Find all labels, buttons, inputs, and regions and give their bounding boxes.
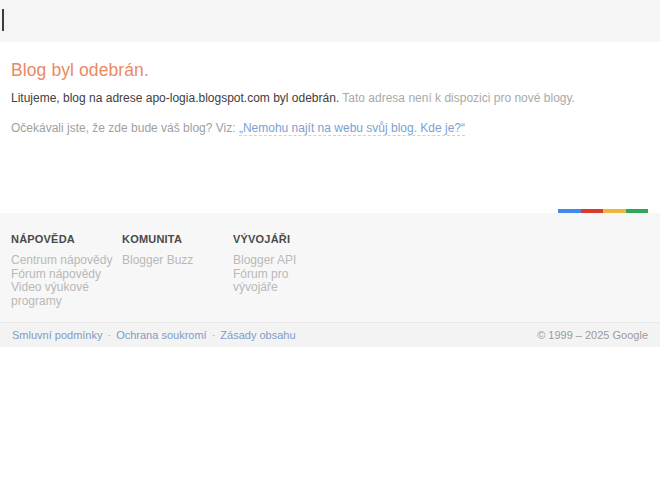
blogger-buzz-link[interactable]: Blogger Buzz xyxy=(122,254,224,268)
footer-links-community: Blogger Buzz xyxy=(122,254,224,268)
footer-links-developers: Blogger API Fórum pro vývojáře xyxy=(233,254,335,295)
content-policy-link[interactable]: Zásady obsahu xyxy=(220,329,295,341)
removed-message-light: Tato adresa není k dispozici pro nové bl… xyxy=(339,91,575,105)
privacy-link[interactable]: Ochrana soukromí xyxy=(116,329,206,341)
footer: NÁPOVĚDA Centrum nápovědy Fórum nápovědy… xyxy=(0,213,660,347)
blogger-api-link[interactable]: Blogger API xyxy=(233,254,335,268)
video-tutorials-link[interactable]: Video výukové programy xyxy=(11,281,113,308)
help-center-link[interactable]: Centrum nápovědy xyxy=(11,254,113,268)
footer-heading-developers: VÝVOJÁŘI xyxy=(233,233,338,245)
removed-message-dark: Litujeme, blog na adrese apo-logia.blogs… xyxy=(11,91,339,105)
legal-strip: Smluvní podmínky · Ochrana soukromí · Zá… xyxy=(0,322,660,347)
main-content: Blog byl odebrán. Litujeme, blog na adre… xyxy=(0,42,660,213)
terms-of-service-link[interactable]: Smluvní podmínky xyxy=(12,329,102,341)
footer-heading-community: KOMUNITA xyxy=(122,233,227,245)
removed-message: Litujeme, blog na adrese apo-logia.blogs… xyxy=(11,91,575,105)
copyright-notice: © 1999 – 2025 Google xyxy=(537,329,648,341)
expected-blog-prefix: Očekávali jste, že zde bude váš blog? Vi… xyxy=(11,121,239,135)
footer-columns: NÁPOVĚDA Centrum nápovědy Fórum nápovědy… xyxy=(11,233,344,308)
help-forum-link[interactable]: Fórum nápovědy xyxy=(11,268,113,282)
legal-links: Smluvní podmínky · Ochrana soukromí · Zá… xyxy=(12,329,296,341)
legal-separator: · xyxy=(212,329,216,341)
developer-forum-link[interactable]: Fórum pro vývojáře xyxy=(233,268,335,295)
footer-heading-help: NÁPOVĚDA xyxy=(11,233,116,245)
footer-column-developers: VÝVOJÁŘI Blogger API Fórum pro vývojáře xyxy=(233,233,344,308)
footer-links-help: Centrum nápovědy Fórum nápovědy Video vý… xyxy=(11,254,113,308)
cant-find-blog-link[interactable]: „Nemohu najít na webu svůj blog. Kde je?… xyxy=(239,121,465,136)
text-caret xyxy=(2,9,4,31)
top-strip xyxy=(0,0,660,42)
expected-blog-message: Očekávali jste, že zde bude váš blog? Vi… xyxy=(11,121,465,135)
page-title: Blog byl odebrán. xyxy=(11,60,149,81)
footer-column-help: NÁPOVĚDA Centrum nápovědy Fórum nápovědy… xyxy=(11,233,122,308)
footer-column-community: KOMUNITA Blogger Buzz xyxy=(122,233,233,308)
legal-separator: · xyxy=(107,329,111,341)
